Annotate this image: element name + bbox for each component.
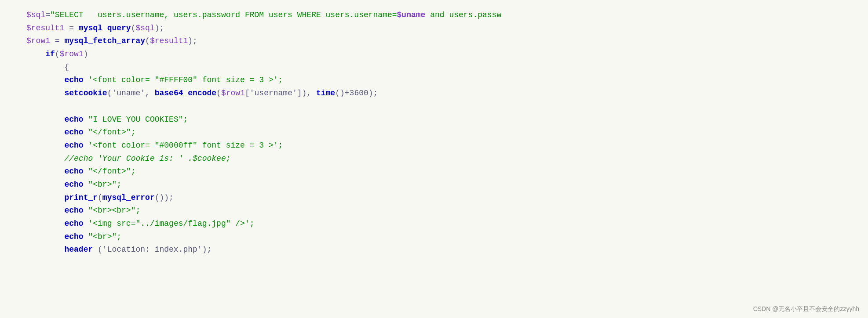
code-token: $sql bbox=[26, 11, 45, 19]
code-token bbox=[84, 206, 88, 215]
code-token: ); bbox=[155, 24, 164, 33]
code-line: echo "I LOVE YOU COOKIES"; bbox=[26, 113, 868, 126]
code-token: echo bbox=[64, 76, 83, 84]
code-token: '<font color= "#FFFF00" font size = 3 >'… bbox=[88, 76, 283, 84]
code-token: ( bbox=[216, 89, 221, 98]
code-token: ()); bbox=[155, 193, 174, 202]
code-token: ('uname', bbox=[107, 89, 155, 98]
code-line: if($row1) bbox=[26, 48, 868, 61]
code-line: echo "<br><br>"; bbox=[26, 204, 868, 217]
code-line: echo '<font color= "#0000ff" font size =… bbox=[26, 139, 868, 152]
code-token: ()+3600); bbox=[335, 89, 378, 98]
code-line: { bbox=[26, 61, 868, 74]
code-token: "I LOVE YOU COOKIES"; bbox=[88, 115, 188, 124]
code-token: $sql bbox=[135, 24, 154, 33]
code-token bbox=[84, 128, 88, 137]
code-line: echo '<img src="../images/flag.jpg" />'; bbox=[26, 217, 868, 231]
code-line: $row1 = mysql_fetch_array($result1); bbox=[26, 35, 868, 48]
code-token: ('Location: index.php'); bbox=[93, 245, 212, 254]
code-token: echo bbox=[64, 115, 83, 124]
watermark: CSDN @无名小卒且不会安全的zzyyhh bbox=[753, 304, 859, 314]
code-token: echo bbox=[64, 232, 83, 241]
code-line bbox=[26, 100, 868, 113]
code-token: mysql_fetch_array bbox=[64, 36, 145, 45]
code-line: echo "</font>"; bbox=[26, 126, 868, 139]
code-line: echo '<font color= "#FFFF00" font size =… bbox=[26, 74, 868, 87]
code-token: time bbox=[316, 89, 335, 98]
code-token: $row1 bbox=[60, 50, 84, 58]
code-line: print_r(mysql_error()); bbox=[26, 192, 868, 205]
code-token: ( bbox=[145, 36, 150, 45]
code-token: and users.passw bbox=[425, 11, 501, 19]
code-token: base64_encode bbox=[155, 89, 216, 98]
code-token bbox=[84, 180, 88, 189]
code-token: mysql_error bbox=[102, 193, 155, 202]
code-token: $row1 bbox=[221, 89, 245, 98]
code-token: echo bbox=[64, 128, 83, 137]
code-token: ['username']), bbox=[245, 89, 316, 98]
code-token bbox=[84, 141, 88, 150]
code-token: echo bbox=[64, 206, 83, 215]
code-token: "<br>"; bbox=[88, 232, 121, 241]
code-line: $result1 = mysql_query($sql); bbox=[26, 22, 868, 35]
code-token: setcookie bbox=[64, 89, 107, 98]
code-token: echo bbox=[64, 141, 83, 150]
code-line: setcookie('uname', base64_encode($row1['… bbox=[26, 87, 868, 100]
code-token: '<img src="../images/flag.jpg" />'; bbox=[88, 219, 254, 228]
code-line: //echo 'Your Cookie is: ' .$cookee; bbox=[26, 152, 868, 166]
code-token bbox=[84, 232, 88, 241]
code-token: "SELECT users.username, users.password F… bbox=[50, 11, 397, 19]
code-token bbox=[84, 219, 88, 228]
code-token: mysql_query bbox=[79, 24, 131, 33]
code-token: $row1 bbox=[26, 36, 50, 45]
code-token: $result1 bbox=[150, 36, 188, 45]
code-token: //echo 'Your Cookie is: ' .$cookee; bbox=[64, 154, 230, 163]
code-line: echo "</font>"; bbox=[26, 165, 868, 178]
code-token bbox=[84, 167, 88, 176]
code-token: "<br><br>"; bbox=[88, 206, 140, 215]
code-token: "</font>"; bbox=[88, 167, 135, 176]
code-line: header ('Location: index.php'); bbox=[26, 243, 868, 257]
code-token: '<font color= "#0000ff" font size = 3 >'… bbox=[88, 141, 283, 150]
code-token: = bbox=[64, 24, 78, 33]
code-token: $result1 bbox=[26, 24, 64, 33]
code-line: echo "<br>"; bbox=[26, 231, 868, 244]
code-token: "</font>"; bbox=[88, 128, 135, 137]
code-token: ( bbox=[98, 193, 102, 202]
code-token: $uname bbox=[397, 11, 426, 19]
code-token: echo bbox=[64, 167, 83, 176]
code-token: echo bbox=[64, 180, 83, 189]
code-token: ( bbox=[55, 50, 60, 58]
code-token: = bbox=[45, 11, 50, 19]
code-token bbox=[84, 76, 88, 84]
code-line: $sql="SELECT users.username, users.passw… bbox=[26, 9, 868, 22]
code-token: ) bbox=[84, 50, 88, 58]
code-token bbox=[84, 115, 88, 124]
code-token: header bbox=[64, 245, 93, 254]
code-token: echo bbox=[64, 219, 83, 228]
code-token: ( bbox=[131, 24, 136, 33]
code-container: $sql="SELECT users.username, users.passw… bbox=[0, 0, 868, 318]
code-token: print_r bbox=[64, 193, 98, 202]
code-token: if bbox=[45, 50, 55, 58]
code-token: = bbox=[50, 36, 64, 45]
code-token: ); bbox=[188, 36, 197, 45]
code-token: "<br>"; bbox=[88, 180, 121, 189]
code-line: echo "<br>"; bbox=[26, 178, 868, 192]
code-token: { bbox=[64, 63, 69, 72]
